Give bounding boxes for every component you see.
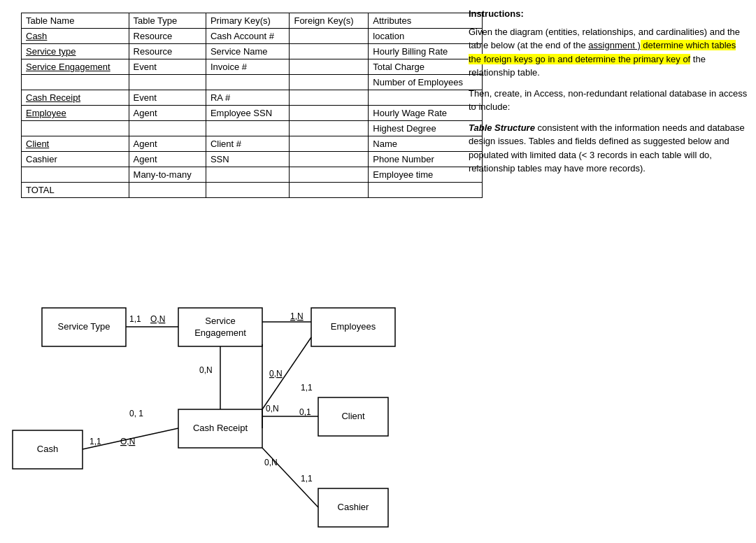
instructions-assignment-link: assignment ) — [588, 40, 640, 50]
cell-name — [22, 121, 129, 136]
cell-pk — [206, 183, 290, 198]
entity-cash-receipt-label: Cash Receipt — [193, 423, 248, 433]
cell-type — [129, 121, 206, 136]
cell-attr: Employee time — [369, 167, 483, 183]
table-section: Table Name Table Type Primary Key(s) For… — [21, 13, 483, 198]
cell-pk — [206, 75, 290, 90]
instructions-paragraph2: Then, create, in Access, non-redundant r… — [469, 87, 748, 114]
cell-fk — [290, 136, 369, 152]
cell-fk — [290, 44, 369, 59]
card-cash-on: O,N — [120, 437, 135, 446]
instructions-bold-italic: Table Structure — [469, 122, 535, 133]
table-row: CashResourceCash Account #location — [22, 29, 483, 44]
card-se-st-on: O,N — [150, 314, 165, 324]
cell-name — [22, 167, 129, 183]
header-attributes: Attributes — [369, 13, 483, 29]
cell-name: Cashier — [22, 152, 129, 167]
cell-type: Agent — [129, 106, 206, 121]
table-row: TOTAL — [22, 183, 483, 198]
entity-cash-label: Cash — [37, 444, 58, 454]
cell-attr: Hourly Billing Rate — [369, 44, 483, 59]
cell-type — [129, 75, 206, 90]
entity-service-type-label: Service Type — [58, 321, 110, 332]
cell-type — [129, 183, 206, 198]
cell-fk — [290, 183, 369, 198]
cell-pk: SSN — [206, 152, 290, 167]
cell-fk — [290, 152, 369, 167]
entity-cashier-label: Cashier — [338, 502, 369, 512]
cell-fk — [290, 90, 369, 106]
cell-pk: Service Name — [206, 44, 290, 59]
header-foreign-key: Foreign Key(s) — [290, 13, 369, 29]
cell-fk — [290, 106, 369, 121]
cell-fk — [290, 29, 369, 44]
cell-name: TOTAL — [22, 183, 129, 198]
table-row: ClientAgentClient #Name — [22, 136, 483, 152]
card-cr-cashier-0n: 0,N — [264, 458, 278, 467]
cell-fk — [290, 75, 369, 90]
cell-type: Many-to-many — [129, 167, 206, 183]
header-table-type: Table Type — [129, 13, 206, 29]
table-row: Number of Employees — [22, 75, 483, 90]
cell-attr: Number of Employees — [369, 75, 483, 90]
cell-pk: Invoice # — [206, 59, 290, 75]
cell-fk — [290, 59, 369, 75]
cell-attr — [369, 90, 483, 106]
cell-type: Event — [129, 90, 206, 106]
cell-attr — [369, 183, 483, 198]
table-row: Many-to-manyEmployee time — [22, 167, 483, 183]
diagram-section: Service Type Service Engagement Employee… — [0, 294, 469, 543]
cell-pk: Employee SSN — [206, 106, 290, 121]
card-se-cr-0n-left: 0,N — [199, 365, 213, 375]
cell-name — [22, 75, 129, 90]
cell-type: Resource — [129, 44, 206, 59]
card-emp-cr-0n: 0,N — [269, 369, 283, 379]
table-row: CashierAgentSSNPhone Number — [22, 152, 483, 167]
table-row: Cash ReceiptEventRA # — [22, 90, 483, 106]
cell-attr: Name — [369, 136, 483, 152]
cell-name: Cash Receipt — [22, 90, 129, 106]
cell-name: Cash — [22, 29, 129, 44]
entity-client-label: Client — [341, 411, 365, 421]
entity-se-label2: Engagement — [194, 327, 246, 338]
table-row: Highest Degree — [22, 121, 483, 136]
cell-attr: Phone Number — [369, 152, 483, 167]
table-row: Service EngagementEventInvoice #Total Ch… — [22, 59, 483, 75]
table-row: EmployeeAgentEmployee SSNHourly Wage Rat… — [22, 106, 483, 121]
card-diag-11: 1,1 — [301, 383, 313, 393]
card-cr-cashier-11: 1,1 — [301, 474, 313, 484]
card-cash-11: 1,1 — [90, 437, 101, 446]
cell-type: Resource — [129, 29, 206, 44]
card-cr-client-0n-top: 0,N — [266, 404, 279, 414]
card-se-st-11: 1,1 — [129, 314, 141, 324]
cell-attr: Highest Degree — [369, 121, 483, 136]
cell-pk: Cash Account # — [206, 29, 290, 44]
card-cr-client-01: 0,1 — [299, 407, 311, 417]
table-row: Service typeResourceService NameHourly B… — [22, 44, 483, 59]
diagram-svg: Service Type Service Engagement Employee… — [0, 294, 469, 543]
cell-name: Service Engagement — [22, 59, 129, 75]
cell-name: Client — [22, 136, 129, 152]
cell-name: Service type — [22, 44, 129, 59]
main-table: Table Name Table Type Primary Key(s) For… — [21, 13, 483, 198]
card-se-emp-1n: 1,N — [290, 311, 304, 321]
entity-employees-label: Employees — [331, 321, 376, 332]
cell-attr: Hourly Wage Rate — [369, 106, 483, 121]
cell-fk — [290, 167, 369, 183]
instructions-paragraph3: Table Structure consistent with the info… — [469, 121, 748, 176]
cell-attr: location — [369, 29, 483, 44]
card-cash-cr-01: 0, 1 — [129, 409, 143, 418]
instructions-section: Instructions: Given the diagram (entitie… — [469, 7, 748, 183]
cell-fk — [290, 121, 369, 136]
cell-type: Agent — [129, 152, 206, 167]
cell-type: Agent — [129, 136, 206, 152]
cell-pk — [206, 167, 290, 183]
cell-pk: RA # — [206, 90, 290, 106]
cell-attr: Total Charge — [369, 59, 483, 75]
cell-type: Event — [129, 59, 206, 75]
header-table-name: Table Name — [22, 13, 129, 29]
header-primary-key: Primary Key(s) — [206, 13, 290, 29]
instructions-title: Instructions: — [469, 7, 748, 21]
cell-pk: Client # — [206, 136, 290, 152]
entity-se-label1: Service — [205, 316, 235, 326]
